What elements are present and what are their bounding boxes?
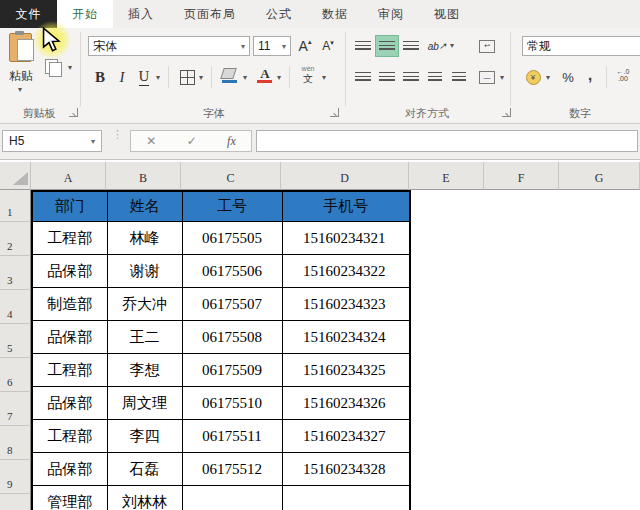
table-header-cell[interactable]: 工号 bbox=[182, 191, 282, 222]
increase-indent-button[interactable] bbox=[448, 67, 470, 87]
cancel-button[interactable]: ✕ bbox=[146, 134, 156, 148]
table-cell[interactable]: 石磊 bbox=[107, 453, 182, 486]
table-cell[interactable]: 15160234327 bbox=[282, 420, 410, 453]
table-cell[interactable]: 品保部 bbox=[32, 321, 107, 354]
table-cell[interactable] bbox=[282, 486, 410, 510]
table-cell[interactable]: 06175512 bbox=[182, 453, 282, 486]
table-cell[interactable]: 06175509 bbox=[182, 354, 282, 387]
ribbon-tab-0[interactable]: 开始 bbox=[57, 0, 113, 28]
ribbon-tab-1[interactable]: 插入 bbox=[113, 0, 169, 28]
table-cell[interactable]: 15160234324 bbox=[282, 321, 410, 354]
table-cell[interactable]: 刘林林 bbox=[107, 486, 182, 510]
accounting-dropdown-icon[interactable]: ▾ bbox=[546, 74, 550, 82]
align-left-button[interactable] bbox=[352, 67, 374, 87]
table-cell[interactable]: 制造部 bbox=[32, 288, 107, 321]
ribbon-tab-4[interactable]: 数据 bbox=[307, 0, 363, 28]
table-cell[interactable]: 06175507 bbox=[182, 288, 282, 321]
underline-button[interactable]: U bbox=[134, 66, 154, 88]
table-cell[interactable]: 15160234323 bbox=[282, 288, 410, 321]
table-cell[interactable]: 李想 bbox=[107, 354, 182, 387]
column-header-E[interactable]: E bbox=[409, 162, 484, 190]
top-align-button[interactable] bbox=[352, 36, 374, 56]
table-cell[interactable]: 乔大冲 bbox=[107, 288, 182, 321]
align-center-button[interactable] bbox=[376, 67, 398, 87]
table-cell[interactable]: 品保部 bbox=[32, 255, 107, 288]
font-color-button[interactable]: A bbox=[255, 66, 275, 88]
table-cell[interactable]: 王二 bbox=[107, 321, 182, 354]
table-cell[interactable]: 林峰 bbox=[107, 222, 182, 255]
column-header-G[interactable]: G bbox=[559, 162, 640, 190]
column-header-A[interactable]: A bbox=[31, 162, 106, 190]
enter-button[interactable]: ✓ bbox=[187, 134, 197, 148]
insert-function-button[interactable]: fx bbox=[227, 134, 236, 149]
row-header-7[interactable]: 7 bbox=[0, 392, 31, 426]
table-cell[interactable]: 李四 bbox=[107, 420, 182, 453]
column-header-B[interactable]: B bbox=[106, 162, 181, 190]
ribbon-tab-2[interactable]: 页面布局 bbox=[169, 0, 251, 28]
table-cell[interactable]: 谢谢 bbox=[107, 255, 182, 288]
table-cell[interactable]: 工程部 bbox=[32, 420, 107, 453]
row-header-1[interactable]: 1 bbox=[0, 190, 31, 222]
name-box[interactable]: H5 ▾ bbox=[2, 130, 102, 152]
row-header-2[interactable]: 2 bbox=[0, 222, 31, 256]
table-cell[interactable]: 06175508 bbox=[182, 321, 282, 354]
merge-center-button[interactable]: — bbox=[476, 67, 498, 87]
formula-input[interactable] bbox=[256, 130, 638, 152]
align-right-button[interactable] bbox=[400, 67, 422, 87]
row-header-8[interactable]: 8 bbox=[0, 426, 31, 460]
table-cell[interactable]: 06175505 bbox=[182, 222, 282, 255]
table-cell[interactable]: 15160234322 bbox=[282, 255, 410, 288]
orientation-button[interactable]: ab↗ bbox=[426, 36, 448, 56]
font-size-select[interactable]: 11 ▾ bbox=[253, 36, 291, 56]
ribbon-tab-5[interactable]: 审阅 bbox=[363, 0, 419, 28]
table-cell[interactable]: 06175506 bbox=[182, 255, 282, 288]
borders-button[interactable] bbox=[176, 67, 198, 87]
table-header-cell[interactable]: 手机号 bbox=[282, 191, 410, 222]
italic-button[interactable]: I bbox=[112, 66, 132, 88]
bottom-align-button[interactable] bbox=[400, 36, 422, 56]
row-header-4[interactable]: 4 bbox=[0, 290, 31, 324]
copy-dropdown-icon[interactable]: ▾ bbox=[68, 64, 72, 72]
merge-dropdown-icon[interactable]: ▾ bbox=[500, 74, 504, 82]
font-dialog-launcher-icon[interactable] bbox=[330, 108, 339, 117]
row-header-9[interactable]: 9 bbox=[0, 460, 31, 494]
percent-style-button[interactable]: % bbox=[558, 67, 578, 87]
table-header-cell[interactable]: 姓名 bbox=[107, 191, 182, 222]
borders-dropdown-icon[interactable]: ▾ bbox=[199, 74, 203, 82]
column-header-F[interactable]: F bbox=[484, 162, 559, 190]
bold-button[interactable]: B bbox=[90, 66, 110, 88]
table-cell[interactable]: 06175511 bbox=[182, 420, 282, 453]
column-header-C[interactable]: C bbox=[181, 162, 281, 190]
paste-dropdown-icon[interactable]: ▾ bbox=[18, 86, 22, 94]
column-header-D[interactable]: D bbox=[281, 162, 409, 190]
table-cell[interactable]: 工程部 bbox=[32, 222, 107, 255]
fill-color-button[interactable] bbox=[219, 67, 241, 87]
accounting-format-button[interactable]: ¥ bbox=[522, 67, 544, 87]
orientation-dropdown-icon[interactable]: ▾ bbox=[450, 42, 454, 50]
phonetic-dropdown-icon[interactable]: ▾ bbox=[322, 74, 326, 82]
alignment-dialog-launcher-icon[interactable] bbox=[502, 108, 511, 117]
table-cell[interactable]: 品保部 bbox=[32, 453, 107, 486]
formula-bar-handle[interactable]: ⋮ bbox=[112, 131, 120, 138]
table-cell[interactable]: 15160234321 bbox=[282, 222, 410, 255]
ribbon-tab-6[interactable]: 视图 bbox=[419, 0, 475, 28]
row-header-6[interactable]: 6 bbox=[0, 358, 31, 392]
clipboard-dialog-launcher-icon[interactable] bbox=[69, 108, 78, 117]
row-header-partial[interactable] bbox=[0, 494, 31, 510]
table-cell[interactable]: 周文理 bbox=[107, 387, 182, 420]
decrease-decimal-button[interactable]: .0→ bbox=[636, 68, 640, 86]
fill-color-dropdown-icon[interactable]: ▾ bbox=[243, 74, 247, 82]
format-painter-button[interactable] bbox=[44, 78, 68, 100]
table-cell[interactable]: 06175510 bbox=[182, 387, 282, 420]
middle-align-button[interactable] bbox=[376, 36, 398, 56]
table-cell[interactable]: 15160234325 bbox=[282, 354, 410, 387]
grow-font-button[interactable]: A▴ bbox=[294, 36, 316, 56]
table-cell[interactable]: 管理部 bbox=[32, 486, 107, 510]
table-cell[interactable]: 品保部 bbox=[32, 387, 107, 420]
table-cell[interactable]: 15160234326 bbox=[282, 387, 410, 420]
select-all-corner[interactable] bbox=[0, 162, 31, 190]
phonetic-guide-button[interactable]: wén 文 bbox=[296, 65, 320, 89]
wrap-text-button[interactable]: ↩ bbox=[476, 36, 498, 56]
ribbon-tab-3[interactable]: 公式 bbox=[251, 0, 307, 28]
table-cell[interactable]: 工程部 bbox=[32, 354, 107, 387]
